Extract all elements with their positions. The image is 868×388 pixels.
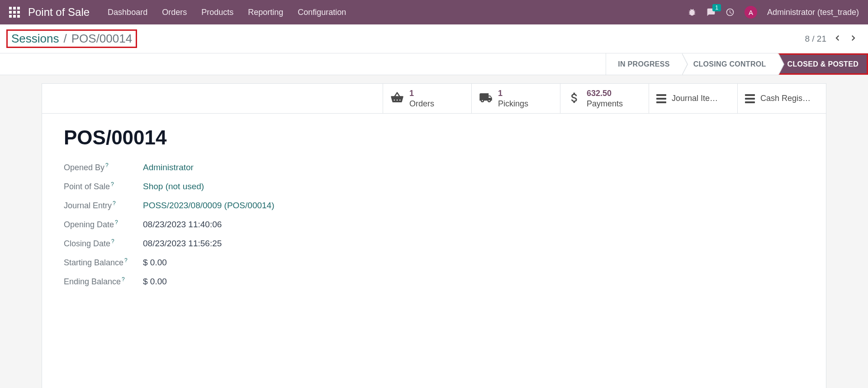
topbar-right: 1 A Administrator (test_trade) [688,6,859,19]
debug-icon[interactable] [688,8,697,17]
pager: 8 / 21 [805,34,857,44]
stat-pickings-button[interactable]: 1 Pickings [471,84,560,113]
label-pos: Point of Sale? [64,182,143,192]
nav-reporting[interactable]: Reporting [248,8,283,17]
stat-journal-button[interactable]: Journal Ite… [649,84,737,113]
label-ending-balance: Ending Balance? [64,277,143,287]
subbar: Sessions / POS/00014 8 / 21 [0,24,868,53]
nav-products[interactable]: Products [201,8,233,17]
topbar: Point of Sale Dashboard Orders Products … [0,0,868,24]
stat-spacer [42,84,383,113]
stat-payments-value: 632.50 [587,88,623,99]
help-icon[interactable]: ? [115,219,118,225]
stage-closed-posted[interactable]: CLOSED & POSTED [778,53,868,75]
pager-text[interactable]: 8 / 21 [805,34,826,44]
sheet-body: POS/00014 Opened By? Administrator Point… [42,114,826,308]
breadcrumb: Sessions / POS/00014 [6,29,137,48]
label-starting-balance: Starting Balance? [64,258,143,268]
value-closing-date: 08/23/2023 11:56:25 [143,239,222,249]
help-icon[interactable]: ? [122,276,125,283]
basket-icon [390,91,404,106]
statusbar: IN PROGRESS CLOSING CONTROL CLOSED & POS… [0,53,868,75]
breadcrumb-current: POS/00014 [71,32,132,46]
stat-cashreg-label: Cash Regis… [760,93,811,104]
stat-payments-label: Payments [587,99,623,109]
form-sheet: 1 Orders 1 Pickings 632.50 [42,83,826,388]
value-ending-balance: $ 0.00 [143,277,167,287]
record-title: POS/00014 [64,126,804,149]
stage-closing-control[interactable]: CLOSING CONTROL [682,53,778,75]
form-canvas: 1 Orders 1 Pickings 632.50 [0,75,868,388]
label-journal-entry: Journal Entry? [64,201,143,211]
activity-icon[interactable] [726,8,735,17]
row-opening-date: Opening Date? 08/23/2023 11:40:06 [64,220,804,230]
label-opening-date: Opening Date? [64,220,143,230]
pager-next-button[interactable] [849,34,857,44]
stat-pickings-label: Pickings [498,99,528,109]
row-pos: Point of Sale? Shop (not used) [64,182,804,192]
value-opened-by[interactable]: Administrator [143,163,194,172]
stat-orders-button[interactable]: 1 Orders [383,84,471,113]
messages-badge: 1 [712,4,721,11]
stat-journal-label: Journal Ite… [672,93,718,104]
username[interactable]: Administrator (test_trade) [767,8,859,17]
row-journal-entry: Journal Entry? POSS/2023/08/0009 (POS/00… [64,201,804,211]
apps-icon[interactable] [9,7,20,18]
stat-orders-label: Orders [409,99,434,109]
help-icon[interactable]: ? [105,162,109,168]
list-icon [656,94,666,103]
breadcrumb-sep: / [64,32,67,46]
row-ending-balance: Ending Balance? $ 0.00 [64,277,804,287]
value-journal-entry[interactable]: POSS/2023/08/0009 (POS/00014) [143,201,274,211]
help-icon[interactable]: ? [124,257,128,263]
stage-in-progress[interactable]: IN PROGRESS [606,53,681,75]
app-brand[interactable]: Point of Sale [28,6,90,19]
row-opened-by: Opened By? Administrator [64,163,804,172]
pager-prev-button[interactable] [834,34,842,44]
stat-cashreg-button[interactable]: Cash Regis… [737,84,826,113]
messages-icon[interactable]: 1 [707,8,716,17]
help-icon[interactable]: ? [111,181,114,187]
help-icon[interactable]: ? [113,200,116,206]
nav-dashboard[interactable]: Dashboard [108,8,147,17]
stat-pickings-value: 1 [498,88,528,99]
nav-orders[interactable]: Orders [162,8,187,17]
label-opened-by: Opened By? [64,163,143,172]
stat-payments-button[interactable]: 632.50 Payments [560,84,649,113]
row-starting-balance: Starting Balance? $ 0.00 [64,258,804,268]
stat-button-row: 1 Orders 1 Pickings 632.50 [42,84,826,114]
breadcrumb-parent[interactable]: Sessions [11,32,59,46]
nav-configuration[interactable]: Configuration [298,8,346,17]
value-starting-balance: $ 0.00 [143,258,167,268]
list-icon [745,94,755,103]
help-icon[interactable]: ? [111,238,114,244]
value-opening-date: 08/23/2023 11:40:06 [143,220,222,230]
value-pos[interactable]: Shop (not used) [143,182,204,192]
stat-orders-value: 1 [409,88,434,99]
main-nav: Dashboard Orders Products Reporting Conf… [108,8,346,17]
avatar[interactable]: A [745,6,757,19]
truck-icon [479,91,493,106]
row-closing-date: Closing Date? 08/23/2023 11:56:25 [64,239,804,249]
dollar-icon [568,91,581,106]
label-closing-date: Closing Date? [64,239,143,249]
